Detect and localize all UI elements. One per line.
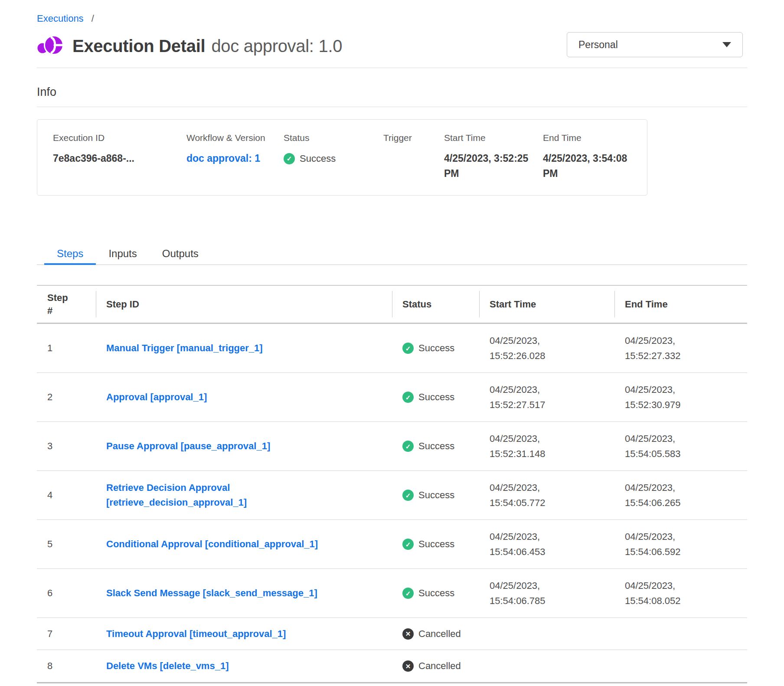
- tab-steps[interactable]: Steps: [44, 244, 96, 265]
- status-label: Cancelled: [418, 628, 461, 640]
- step-id-link[interactable]: Conditional Approval [conditional_approv…: [106, 537, 318, 552]
- status-cell: ✓Success: [392, 441, 479, 452]
- tab-inputs[interactable]: Inputs: [96, 244, 149, 265]
- step-id-link[interactable]: Slack Send Message [slack_send_message_1…: [106, 586, 317, 601]
- info-field-value: 7e8ac396-a868-...: [53, 151, 182, 166]
- start-time-cell-line: 15:54:06.453: [490, 544, 614, 559]
- step-id-cell: Conditional Approval [conditional_approv…: [96, 537, 392, 552]
- success-check-icon: ✓: [402, 588, 414, 599]
- end-time-cell-line: 15:54:06.592: [625, 544, 747, 559]
- start-time-cell: 04/25/2023,15:54:06.785: [479, 578, 614, 608]
- info-field-end-time: End Time4/25/2023, 3:54:08 PM: [543, 133, 638, 181]
- execution-detail-page: Executions / Execution Detail doc approv…: [0, 13, 784, 683]
- info-field-value: ✓Success: [284, 151, 379, 166]
- start-time-cell: 04/25/2023,15:52:31.148: [479, 431, 614, 461]
- column-header-end-time: End Time: [614, 286, 747, 323]
- chevron-down-icon: [722, 42, 731, 47]
- success-check-icon: ✓: [402, 343, 414, 354]
- info-field-value: 4/25/2023, 3:54:08 PM: [543, 151, 634, 181]
- info-field-start-time: Start Time4/25/2023, 3:52:25 PM: [444, 133, 543, 181]
- cancelled-x-icon: ✕: [402, 660, 414, 672]
- step-number-cell: 1: [37, 343, 96, 354]
- step-id-cell: Retrieve Decision Approval [retrieve_dec…: [96, 480, 392, 510]
- end-time-cell: 04/25/2023,15:54:05.583: [614, 431, 747, 461]
- step-id-link[interactable]: Delete VMs [delete_vms_1]: [106, 659, 229, 673]
- workspace-dropdown-value: Personal: [578, 39, 618, 51]
- cancelled-x-icon: ✕: [402, 628, 414, 640]
- start-time-cell: 04/25/2023,15:52:27.517: [479, 382, 614, 412]
- table-row: 8Delete VMs [delete_vms_1]✕Cancelled: [37, 650, 747, 682]
- start-time-cell: 04/25/2023,15:52:26.028: [479, 333, 614, 363]
- table-row: 1Manual Trigger [manual_trigger_1]✓Succe…: [37, 324, 747, 373]
- workflow-icon: [37, 33, 65, 59]
- start-time-cell-line: 15:52:26.028: [490, 348, 614, 363]
- end-time-cell-line: 04/25/2023,: [625, 382, 747, 397]
- step-id-cell: Delete VMs [delete_vms_1]: [96, 659, 392, 673]
- end-time-cell-line: 04/25/2023,: [625, 529, 747, 544]
- step-number-cell: 3: [37, 441, 96, 452]
- start-time-cell-line: 04/25/2023,: [490, 431, 614, 446]
- column-header-status: Status: [392, 286, 479, 323]
- info-field-label: Status: [284, 133, 379, 143]
- step-id-link[interactable]: Retrieve Decision Approval [retrieve_dec…: [106, 480, 356, 510]
- tab-bar: StepsInputsOutputs: [37, 244, 747, 265]
- status-label: Success: [418, 490, 454, 501]
- info-field-trigger: Trigger: [383, 133, 444, 181]
- info-field-value[interactable]: doc approval: 1: [186, 151, 279, 166]
- step-id-link[interactable]: Pause Approval [pause_approval_1]: [106, 439, 270, 454]
- steps-table-body: 1Manual Trigger [manual_trigger_1]✓Succe…: [37, 324, 747, 682]
- breadcrumb-separator: /: [91, 13, 94, 24]
- info-field-label: Execution ID: [53, 133, 182, 143]
- page-title: Execution Detail: [72, 36, 205, 56]
- end-time-cell-line: 15:52:30.979: [625, 397, 747, 412]
- step-id-cell: Timeout Approval [timeout_approval_1]: [96, 627, 392, 641]
- step-id-link[interactable]: Manual Trigger [manual_trigger_1]: [106, 341, 263, 356]
- tab-outputs[interactable]: Outputs: [150, 244, 211, 265]
- step-id-link[interactable]: Approval [approval_1]: [106, 390, 207, 405]
- page-subtitle: doc approval: 1.0: [211, 36, 342, 56]
- step-number-cell: 4: [37, 490, 96, 501]
- workspace-dropdown[interactable]: Personal: [567, 32, 743, 57]
- success-check-icon: ✓: [402, 539, 414, 550]
- status-label: Success: [418, 441, 454, 452]
- status-label: Success: [418, 343, 454, 354]
- start-time-cell-line: 04/25/2023,: [490, 529, 614, 544]
- step-id-cell: Slack Send Message [slack_send_message_1…: [96, 586, 392, 601]
- table-row: 4Retrieve Decision Approval [retrieve_de…: [37, 471, 747, 520]
- column-header-label: Step #: [47, 291, 73, 317]
- info-field-label: Workflow & Version: [186, 133, 279, 143]
- info-field-label: Start Time: [444, 133, 539, 143]
- end-time-cell-line: 04/25/2023,: [625, 578, 747, 593]
- info-field-execution-id: Execution ID7e8ac396-a868-...: [53, 133, 186, 181]
- status-label: Success: [300, 151, 336, 166]
- status-cell: ✓Success: [392, 490, 479, 501]
- start-time-cell-line: 04/25/2023,: [490, 333, 614, 348]
- start-time-cell-line: 15:54:05.772: [490, 495, 614, 510]
- success-check-icon: ✓: [284, 153, 295, 164]
- step-number-cell: 5: [37, 539, 96, 550]
- info-field-workflow-version: Workflow & Versiondoc approval: 1: [186, 133, 284, 181]
- step-id-cell: Approval [approval_1]: [96, 390, 392, 405]
- page-header: Execution Detail doc approval: 1.0 Perso…: [37, 32, 747, 68]
- breadcrumb-link-executions[interactable]: Executions: [37, 13, 84, 24]
- breadcrumb: Executions /: [37, 13, 747, 24]
- column-header-step-id: Step ID: [96, 286, 392, 323]
- end-time-cell-line: 04/25/2023,: [625, 431, 747, 446]
- info-field-value: 4/25/2023, 3:52:25 PM: [444, 151, 539, 181]
- status-cell: ✕Cancelled: [392, 660, 479, 672]
- table-row: 7Timeout Approval [timeout_approval_1]✕C…: [37, 618, 747, 650]
- column-header-start-time: Start Time: [479, 286, 614, 323]
- status-label: Cancelled: [418, 660, 461, 672]
- start-time-cell-line: 04/25/2023,: [490, 578, 614, 593]
- step-number-cell: 6: [37, 588, 96, 599]
- status-label: Success: [418, 392, 454, 403]
- status-label: Success: [418, 539, 454, 550]
- table-row: 3Pause Approval [pause_approval_1]✓Succe…: [37, 422, 747, 471]
- step-number-cell: 8: [37, 660, 96, 672]
- step-id-link[interactable]: Timeout Approval [timeout_approval_1]: [106, 627, 286, 641]
- steps-table-header: Step #Step IDStatusStart TimeEnd Time: [37, 285, 747, 324]
- end-time-cell: 04/25/2023,15:52:27.332: [614, 333, 747, 363]
- end-time-cell-line: 04/25/2023,: [625, 333, 747, 348]
- success-check-icon: ✓: [402, 441, 414, 452]
- start-time-cell-line: 15:52:31.148: [490, 446, 614, 461]
